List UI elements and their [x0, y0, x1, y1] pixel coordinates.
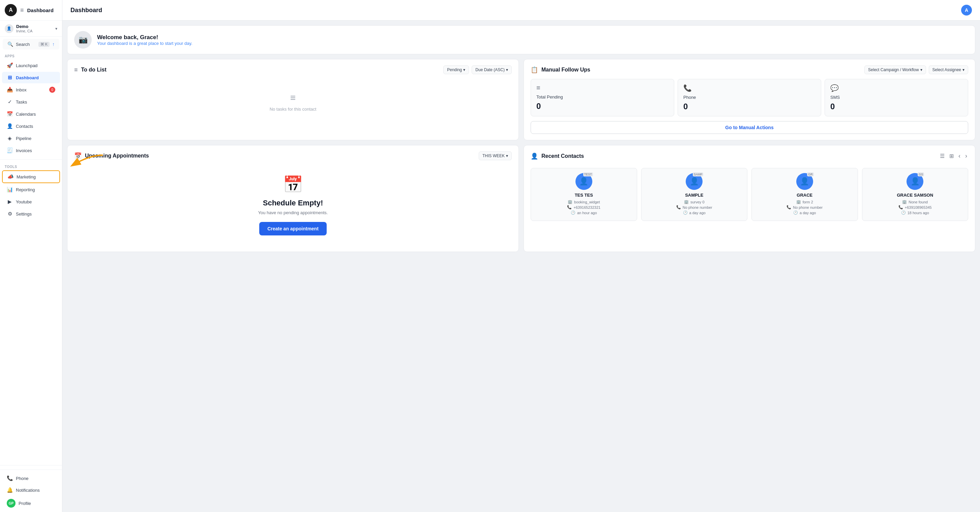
sidebar-item-tasks[interactable]: ✓ Tasks — [2, 96, 60, 108]
sms-card: 💬 SMS 0 — [824, 79, 968, 116]
phone-detail-icon: 📞 — [567, 205, 572, 209]
phone-icon: 📞 — [7, 475, 13, 481]
sidebar-item-invoices[interactable]: 🧾 Invoices — [2, 145, 60, 156]
sidebar-item-label: Invoices — [16, 148, 55, 153]
phone-detail-icon: 📞 — [676, 205, 681, 209]
contact-time: 🕐 an hour ago — [571, 211, 597, 215]
sidebar-item-dashboard[interactable]: ⊞ Dashboard — [2, 72, 60, 83]
appointments-card: 📅 Upcoming Appointments THIS WEEK ▾ 📅 Sc… — [67, 145, 519, 252]
followup-controls: Select Campaign / Workflow ▾ Select Assi… — [864, 65, 968, 74]
source-icon: 🏢 — [796, 200, 801, 204]
contacts-recent-icon: 👤 — [531, 152, 538, 160]
chevron-down-icon: ▾ — [506, 67, 508, 72]
due-date-filter[interactable]: Due Date (ASC) ▾ — [472, 65, 512, 74]
sidebar-item-profile[interactable]: GP Profile — [2, 496, 60, 510]
sidebar-item-phone[interactable]: 📞 Phone — [2, 472, 60, 484]
marketing-icon: 📣 — [7, 174, 13, 180]
sidebar-item-contacts[interactable]: 👤 Contacts — [2, 120, 60, 132]
sidebar-bottom: 📞 Phone 🔔 Notifications GP Profile — [0, 465, 62, 512]
search-bar[interactable]: 🔍 Search ⌘ K ↑ — [3, 39, 59, 49]
sidebar-item-label: Inbox — [16, 87, 46, 93]
calendars-icon: 📅 — [7, 111, 13, 117]
empty-calendar-icon: 📅 — [283, 175, 303, 194]
followup-title: Manual Follow Ups — [541, 67, 861, 73]
contact-source: 🏢 None found — [902, 200, 928, 204]
contact-phone: 📞 +639108965345 — [899, 205, 932, 209]
pending-filter[interactable]: Pending ▾ — [443, 65, 469, 74]
sidebar-item-notifications[interactable]: 🔔 Notifications — [2, 484, 60, 496]
avatar: 👤 GS — [907, 173, 923, 190]
contacts-icon: 👤 — [7, 123, 13, 129]
clock-icon: 🕐 — [793, 211, 798, 215]
next-contacts-button[interactable]: › — [964, 152, 968, 161]
sms-label: SMS — [830, 95, 963, 100]
assignee-select[interactable]: Select Assignee ▾ — [929, 65, 968, 74]
goto-manual-actions-button[interactable]: Go to Manual Actions — [531, 121, 968, 134]
menu-icon[interactable]: ≡ — [20, 7, 24, 14]
nav-icon: ↑ — [52, 41, 55, 47]
sidebar-item-pipeline[interactable]: ◈ Pipeline — [2, 132, 60, 144]
sidebar-item-calendars[interactable]: 📅 Calendars — [2, 108, 60, 120]
sidebar-item-label: Notifications — [16, 488, 55, 493]
source-icon: 🏢 — [902, 200, 907, 204]
clock-icon: 🕐 — [683, 211, 688, 215]
sidebar-title: Dashboard — [27, 7, 54, 13]
pipeline-icon: ◈ — [7, 135, 13, 141]
sidebar-divider — [0, 159, 62, 160]
source-icon: 🏢 — [568, 200, 573, 204]
user-avatar[interactable]: A — [961, 5, 972, 16]
list-view-icon[interactable]: ☰ — [939, 152, 946, 160]
tools-section-label: Tools — [0, 162, 62, 170]
launchpad-icon: 🚀 — [7, 62, 13, 69]
sidebar-item-youtube[interactable]: ▶ Youtube — [2, 196, 60, 207]
notifications-icon: 🔔 — [7, 487, 13, 493]
chevron-down-icon: ▾ — [506, 153, 508, 158]
source-icon: 🏢 — [684, 200, 689, 204]
inbox-badge: 0 — [49, 87, 55, 93]
account-location: Irvine, CA — [16, 29, 52, 33]
sidebar: A ≡ Dashboard 👤 Demo Irvine, CA ▾ 🔍 Sear… — [0, 0, 62, 512]
contact-phone: 📞 No phone number — [786, 205, 822, 209]
sidebar-item-reporting[interactable]: 📊 Reporting — [2, 184, 60, 195]
todo-title: To do List — [81, 67, 440, 73]
account-switcher[interactable]: 👤 Demo Irvine, CA ▾ — [0, 21, 62, 37]
phone-followup-icon: 📞 — [683, 84, 816, 92]
total-pending-card: ≡ Total Pending 0 — [531, 79, 674, 116]
phone-detail-icon: 📞 — [899, 205, 903, 209]
total-pending-value: 0 — [536, 102, 668, 111]
followup-icon: 📋 — [531, 66, 538, 73]
list-item: 👤 SAMP SAMPLE 🏢 survey 0 📞 No phone numb… — [641, 168, 748, 221]
sidebar-item-inbox[interactable]: 📥 Inbox 0 — [2, 84, 60, 96]
contact-time: 🕐 18 hours ago — [901, 211, 929, 215]
page-title: Dashboard — [70, 7, 102, 14]
recent-contacts-header: 👤 Recent Contacts ☰ ⊞ ‹ › — [531, 152, 968, 161]
sidebar-item-label: Calendars — [16, 112, 55, 117]
sidebar-logo: A — [5, 4, 17, 16]
sidebar-item-settings[interactable]: ⚙ Settings — [2, 208, 60, 220]
contact-source: 🏢 form 2 — [796, 200, 813, 204]
sidebar-top: A ≡ Dashboard — [0, 0, 62, 21]
invoices-icon: 🧾 — [7, 147, 13, 153]
contact-time: 🕐 a day ago — [793, 211, 816, 215]
welcome-text: Welcome back, Grace! Your dashboard is a… — [97, 34, 192, 46]
this-week-filter[interactable]: THIS WEEK ▾ — [479, 152, 512, 160]
grid-view-icon[interactable]: ⊞ — [948, 152, 955, 160]
contact-source: 🏢 booking_widget — [568, 200, 600, 204]
list-item: 👤 TEST TES TES 🏢 booking_widget 📞 +63916… — [531, 168, 637, 221]
appointments-empty-state: 📅 Schedule Empty! You have no pending ap… — [74, 165, 512, 246]
sidebar-item-marketing[interactable]: 📣 Marketing — [2, 170, 60, 183]
empty-tasks-text: No tasks for this contact — [270, 107, 317, 112]
dashboard-icon: ⊞ — [7, 75, 13, 81]
youtube-icon: ▶ — [7, 199, 13, 205]
topbar: Dashboard A — [62, 0, 980, 21]
account-icon: 👤 — [5, 24, 13, 33]
inbox-icon: 📥 — [7, 87, 13, 93]
todo-empty-state: ≡ No tasks for this contact — [74, 79, 512, 125]
prev-contacts-button[interactable]: ‹ — [958, 152, 961, 161]
contact-phone: 📞 No phone number — [676, 205, 712, 209]
sidebar-item-launchpad[interactable]: 🚀 Launchpad — [2, 60, 60, 71]
campaign-workflow-select[interactable]: Select Campaign / Workflow ▾ — [864, 65, 926, 74]
search-icon: 🔍 — [7, 41, 13, 47]
create-appointment-button[interactable]: Create an appointment — [259, 222, 327, 235]
todo-card: ≡ To do List Pending ▾ Due Date (ASC) ▾ … — [67, 59, 519, 140]
